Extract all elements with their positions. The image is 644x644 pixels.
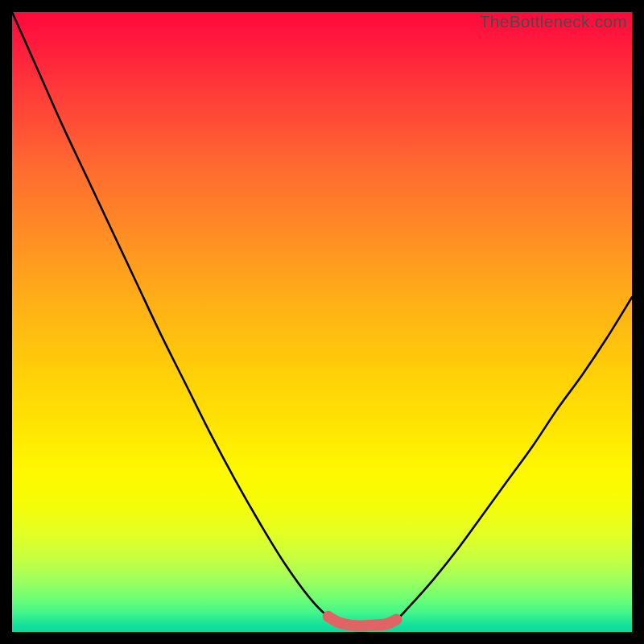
watermark-text: TheBottleneck.com bbox=[480, 12, 627, 31]
optimal-range-highlight bbox=[328, 617, 397, 626]
chart-frame: TheBottleneck.com bbox=[0, 0, 644, 644]
plot-area: TheBottleneck.com bbox=[12, 12, 632, 632]
bottleneck-curve bbox=[12, 12, 632, 625]
chart-svg bbox=[12, 12, 632, 632]
